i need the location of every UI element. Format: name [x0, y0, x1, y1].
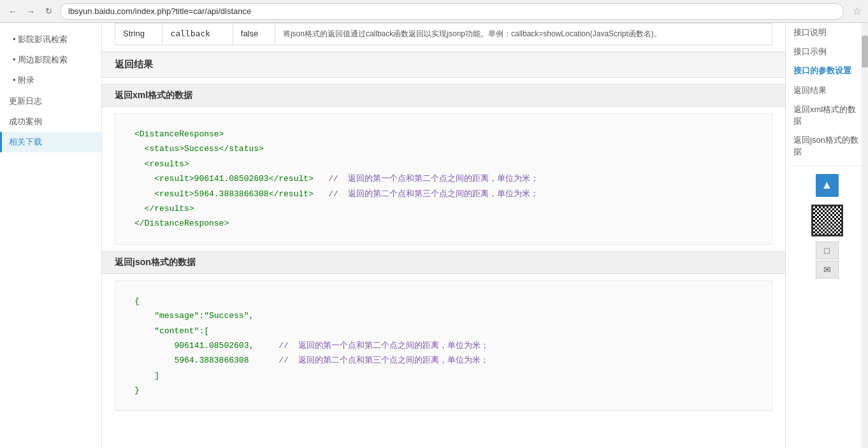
json-line-7: } [134, 383, 753, 398]
back-button[interactable]: ← [6, 5, 19, 18]
right-nav-jiekou-canshu[interactable]: 接口的参数设置 [786, 61, 868, 80]
return-json-header: 返回json格式的数据 [102, 251, 785, 274]
json-line-5: 5964.3883866308 // 返回的第二个点和第三个点之间的距离，单位为… [134, 353, 753, 368]
email-icon: ✉ [823, 264, 831, 275]
default-cell: false [233, 24, 275, 45]
xml-code-block: <DistanceResponse> <status>Success</stat… [115, 113, 772, 245]
xml-line-6: </results> [134, 201, 753, 216]
action-icons: □ ✉ [813, 239, 841, 281]
share-icon-btn[interactable]: □ [816, 242, 839, 259]
return-result-header: 返回结果 [102, 52, 785, 78]
type-cell: String [115, 24, 163, 45]
bookmark-icon[interactable]: ☆ [853, 5, 862, 17]
json-code-block: { "message":"Success", "content":[ 90614… [115, 280, 772, 412]
json-line-3: "content":[ [134, 324, 753, 338]
back-to-top-button[interactable]: ▲ [816, 174, 839, 197]
json-line-6: ] [134, 368, 753, 383]
params-table: String callback false 将json格式的返回值通过callb… [115, 23, 772, 45]
left-sidebar: 影院影讯检索 周边影院检索 附录 更新日志 成功案例 相关下载 [0, 23, 102, 448]
qr-inner [813, 206, 841, 235]
return-xml-header: 返回xml格式的数据 [102, 84, 785, 107]
xml-line-3: <results> [134, 157, 753, 171]
xml-line-4: <result>906141.08502603</result> // 返回的第… [134, 171, 753, 186]
xml-line-7: </DistanceResponse> [134, 216, 753, 231]
forward-button[interactable]: → [24, 5, 37, 18]
json-line-4: 906141.08502603, // 返回的第一个点和第二个点之间的距离，单位… [134, 338, 753, 353]
sidebar-item-xiangguan[interactable]: 相关下载 [0, 132, 101, 152]
back-to-top-icon: ▲ [821, 178, 833, 192]
sidebar-item-gengxin[interactable]: 更新日志 [0, 91, 101, 112]
table-section: String callback false 将json格式的返回值通过callb… [102, 23, 785, 45]
name-cell: callback [163, 24, 233, 45]
email-icon-btn[interactable]: ✉ [816, 261, 839, 278]
right-nav-fanhui-json[interactable]: 返回json格式的数据 [786, 131, 868, 161]
json-line-2: "message":"Success", [134, 308, 753, 323]
sidebar-item-chenggong[interactable]: 成功案例 [0, 112, 101, 132]
xml-line-2: <status>Success</status> [134, 141, 753, 156]
browser-toolbar: ← → ↻ lbsyun.baidu.com/index.php?title=c… [0, 0, 868, 23]
url-text: lbsyun.baidu.com/index.php?title=car/api… [68, 6, 251, 16]
json-line-1: { [134, 294, 753, 308]
right-nav-jiekou-shuoming[interactable]: 接口说明 [786, 23, 868, 42]
scrollbar[interactable] [862, 23, 868, 448]
sidebar-item-zhoubian[interactable]: 周边影院检索 [0, 50, 101, 70]
desc-cell: 将json格式的返回值通过callback函数返回以实现jsonp功能。举例：c… [275, 24, 772, 45]
table-row: String callback false 将json格式的返回值通过callb… [115, 24, 772, 45]
qr-code [811, 205, 843, 236]
page-wrapper: 影院影讯检索 周边影院检索 附录 更新日志 成功案例 相关下载 String c… [0, 23, 868, 448]
xml-line-5: <result>5964.3883866308</result> // 返回的第… [134, 187, 753, 201]
right-nav-fanhui-jieguo[interactable]: 返回结果 [786, 81, 868, 100]
share-icon: □ [824, 245, 829, 256]
sidebar-item-fulu[interactable]: 附录 [0, 70, 101, 90]
right-panel: 接口说明 接口示例 接口的参数设置 返回结果 返回xml格式的数据 返回json… [785, 23, 868, 448]
address-bar[interactable]: lbsyun.baidu.com/index.php?title=car/api… [60, 3, 844, 20]
scroll-thumb [862, 36, 868, 68]
refresh-button[interactable]: ↻ [42, 5, 55, 18]
right-nav-fanhui-xml[interactable]: 返回xml格式的数据 [786, 100, 868, 131]
xml-line-1: <DistanceResponse> [134, 127, 753, 141]
sidebar-item-yingyin[interactable]: 影院影讯检索 [0, 29, 101, 50]
main-content: String callback false 将json格式的返回值通过callb… [102, 23, 785, 448]
right-nav-jiekou-shili[interactable]: 接口示例 [786, 42, 868, 61]
